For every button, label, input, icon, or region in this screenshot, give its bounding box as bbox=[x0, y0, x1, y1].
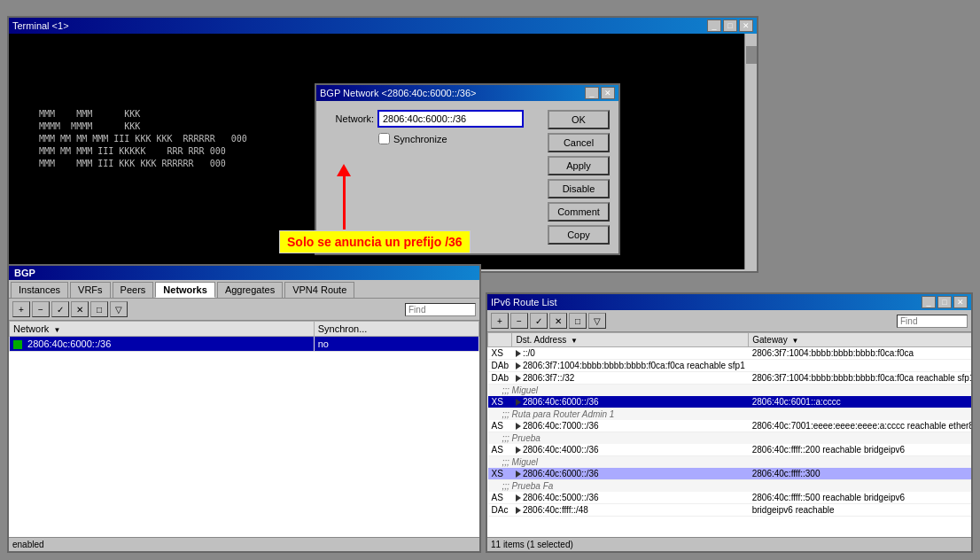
type-cell: DAb bbox=[488, 372, 512, 385]
synchronize-checkbox[interactable] bbox=[378, 133, 390, 144]
table-row[interactable]: AS 2806:40c:5000::/36 2806:40c:ffff::500… bbox=[488, 492, 972, 504]
arrow-line bbox=[343, 176, 346, 229]
copy-button-2[interactable]: □ bbox=[90, 301, 108, 317]
bgp-table: Network ▼ Synchron... 2806:40c:6000::/36… bbox=[9, 321, 479, 537]
gw-cell: 2806:40c:ffff::200 reachable bridgeipv6 bbox=[749, 444, 971, 456]
dialog-title: BGP Network <2806:40c:6000::/36> bbox=[320, 88, 477, 98]
arrow-head bbox=[337, 164, 351, 176]
gw-cell: 2806:3f7:1004:bbbb:bbbb:bbbb:f0ca:f0ca r… bbox=[749, 372, 971, 385]
type-cell: AS bbox=[488, 492, 512, 504]
col-gateway[interactable]: Gateway ▼ bbox=[749, 333, 971, 347]
table-row[interactable]: AS 2806:40c:7000::/36 2806:40c:7001:eeee… bbox=[488, 420, 972, 432]
tab-peers[interactable]: Peers bbox=[113, 282, 154, 298]
dialog-buttons: OK Cancel Apply Disable Comment Copy bbox=[548, 110, 610, 245]
ipv6-find-input[interactable] bbox=[897, 315, 968, 328]
gw-cell: 2806:3f7:1004:bbbb:bbbb:bbbb:f0ca:f0ca bbox=[749, 347, 971, 360]
dialog-titlebar: BGP Network <2806:40c:6000::/36> _ ✕ bbox=[316, 85, 618, 101]
copy-button[interactable]: Copy bbox=[548, 225, 610, 245]
dialog-window: BGP Network <2806:40c:6000::/36> _ ✕ Net… bbox=[315, 83, 620, 255]
tab-instances[interactable]: Instances bbox=[11, 282, 68, 298]
apply-button[interactable]: Apply bbox=[548, 156, 610, 175]
ipv6-minimize[interactable]: _ bbox=[922, 296, 936, 308]
gw-cell: 2806:40c:7001:eeee:eeee:eeee:a:cccc reac… bbox=[749, 420, 971, 432]
col-dst[interactable]: Dst. Address ▼ bbox=[512, 333, 749, 347]
dialog-fields: Network: Synchronize bbox=[325, 110, 541, 245]
network-input[interactable] bbox=[377, 110, 524, 128]
group-label-cell: ;;; Prueba bbox=[488, 432, 972, 445]
table-row[interactable]: DAb 2806:3f7::/32 2806:3f7:1004:bbbb:bbb… bbox=[488, 372, 972, 385]
ipv6-remove-button[interactable]: − bbox=[510, 313, 528, 329]
terminal-window-controls: _ □ ✕ bbox=[707, 19, 753, 32]
add-button[interactable]: + bbox=[12, 301, 30, 317]
table-row[interactable]: XS 2806:40c:6000::/36 2806:40c:ffff::300 bbox=[488, 468, 972, 480]
ipv6-panel: IPv6 Route List _ □ ✕ + − ✓ ✕ □ ▽ Dst. A… bbox=[486, 292, 973, 553]
bgp-find-input[interactable] bbox=[405, 303, 476, 316]
bgp-status: enabled bbox=[9, 537, 479, 551]
ipv6-add-button[interactable]: + bbox=[491, 313, 509, 329]
tab-vpn4-route[interactable]: VPN4 Route bbox=[284, 282, 354, 298]
group-label-cell: ;;; Miguel bbox=[488, 456, 972, 469]
type-cell: DAc bbox=[488, 504, 512, 517]
maximize-button[interactable]: □ bbox=[723, 19, 737, 32]
bgp-network-dialog: BGP Network <2806:40c:6000::/36> _ ✕ Net… bbox=[315, 83, 620, 255]
group-label-cell: ;;; Miguel bbox=[488, 385, 972, 397]
terminal-scrollbar[interactable] bbox=[744, 34, 757, 269]
gw-cell bbox=[749, 360, 971, 372]
table-row[interactable]: XS ::/0 2806:3f7:1004:bbbb:bbbb:bbbb:f0c… bbox=[488, 347, 972, 360]
table-row[interactable]: DAc 2806:40c:ffff::/48 bridgeipv6 reacha… bbox=[488, 504, 972, 517]
ipv6-title: IPv6 Route List bbox=[491, 297, 557, 307]
dst-cell: 2806:40c:5000::/36 bbox=[512, 492, 749, 504]
tab-networks[interactable]: Networks bbox=[155, 282, 215, 298]
tab-aggregates[interactable]: Aggregates bbox=[217, 282, 283, 298]
table-row[interactable]: AS 2806:40c:4000::/36 2806:40c:ffff::200… bbox=[488, 444, 972, 456]
dst-cell: 2806:40c:6000::/36 bbox=[512, 396, 749, 408]
dialog-minimize[interactable]: _ bbox=[585, 87, 599, 99]
dst-cell: 2806:40c:6000::/36 bbox=[512, 468, 749, 480]
type-cell: XS bbox=[488, 347, 512, 360]
close-button[interactable]: ✕ bbox=[739, 19, 753, 32]
ipv6-toolbar: + − ✓ ✕ □ ▽ bbox=[487, 310, 971, 332]
dialog-close[interactable]: ✕ bbox=[601, 87, 615, 99]
group-label-cell: ;;; Ruta para Router Admin 1 bbox=[488, 408, 972, 421]
col-synchron[interactable]: Synchron... bbox=[314, 322, 478, 337]
annotation-arrow bbox=[337, 164, 351, 229]
filter-button[interactable]: ▽ bbox=[110, 301, 128, 317]
tab-vrfs[interactable]: VRFs bbox=[70, 282, 111, 298]
terminal-title: Terminal <1> bbox=[12, 20, 69, 31]
cancel-button[interactable]: Cancel bbox=[548, 133, 610, 152]
minimize-button[interactable]: _ bbox=[707, 19, 721, 32]
ipv6-titlebar: IPv6 Route List _ □ ✕ bbox=[487, 294, 971, 310]
type-cell: AS bbox=[488, 420, 512, 432]
table-row[interactable]: XS 2806:40c:6000::/36 2806:40c:6001::a:c… bbox=[488, 396, 972, 408]
ipv6-table: Dst. Address ▼ Gateway ▼ Distance XS ::/… bbox=[487, 332, 971, 537]
disable-button[interactable]: Disable bbox=[548, 179, 610, 198]
red-arrow-up bbox=[337, 164, 351, 229]
col-network[interactable]: Network ▼ bbox=[10, 322, 315, 337]
col-type bbox=[488, 333, 512, 347]
group-label-row: ;;; Miguel bbox=[488, 385, 972, 397]
ipv6-close[interactable]: ✕ bbox=[953, 296, 968, 308]
synchronize-row: Synchronize bbox=[378, 133, 541, 144]
x-button[interactable]: ✕ bbox=[71, 301, 89, 317]
ipv6-copy-button[interactable]: □ bbox=[569, 313, 587, 329]
dst-cell: ::/0 bbox=[512, 347, 749, 360]
ok-button[interactable]: OK bbox=[548, 110, 610, 129]
ipv6-status: 11 items (1 selected) bbox=[487, 537, 971, 551]
type-cell: XS bbox=[488, 468, 512, 480]
dst-cell: 2806:40c:ffff::/48 bbox=[512, 504, 749, 517]
ipv6-x-button[interactable]: ✕ bbox=[549, 313, 567, 329]
type-cell: XS bbox=[488, 396, 512, 408]
bgp-toolbar: + − ✓ ✕ □ ▽ bbox=[9, 299, 479, 321]
bgp-panel: BGP Instances VRFs Peers Networks Aggreg… bbox=[7, 264, 481, 553]
ipv6-maximize[interactable]: □ bbox=[937, 296, 952, 308]
ipv6-check-button[interactable]: ✓ bbox=[530, 313, 548, 329]
ipv6-filter-button[interactable]: ▽ bbox=[588, 313, 606, 329]
table-row[interactable]: DAb 2806:3f7:1004:bbbb:bbbb:bbbb:f0ca:f0… bbox=[488, 360, 972, 372]
group-label-row: ;;; Miguel bbox=[488, 456, 972, 469]
check-button[interactable]: ✓ bbox=[51, 301, 69, 317]
terminal-titlebar: Terminal <1> _ □ ✕ bbox=[9, 18, 757, 34]
remove-button[interactable]: − bbox=[32, 301, 50, 317]
dst-cell: 2806:3f7:1004:bbbb:bbbb:bbbb:f0ca:f0ca r… bbox=[512, 360, 749, 372]
comment-button[interactable]: Comment bbox=[548, 202, 610, 222]
table-row[interactable]: 2806:40c:6000::/36 no bbox=[10, 337, 479, 352]
